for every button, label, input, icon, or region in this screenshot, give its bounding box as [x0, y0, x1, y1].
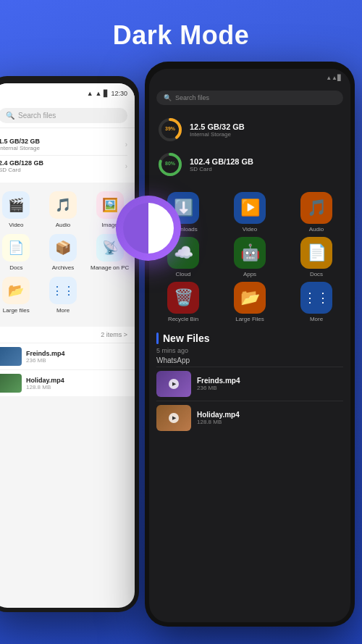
left-video-label: Video	[9, 222, 23, 228]
svg-text:39%: 39%	[165, 126, 176, 131]
left-search-inner[interactable]: 🔍 Search files	[0, 108, 127, 123]
new-files-heading: New Files	[163, 333, 210, 344]
left-icon-audio[interactable]: 🎵 Audio	[43, 191, 84, 228]
right-file-item-1[interactable]: ▶ Freinds.mp4 236 MB	[156, 367, 343, 401]
theme-orb-inner	[123, 203, 174, 254]
left-file-item-1[interactable]: Freinds.mp4 236 MB	[0, 343, 135, 369]
left-filename-2: Holiday.mp4	[26, 377, 64, 384]
right-storage-internal[interactable]: 39% 12.5 GB/32 GB Internal Storage	[156, 112, 343, 147]
right-search-inner[interactable]: 🔍 Search files	[156, 91, 343, 105]
left-storage-internal[interactable]: 1.5 GB/32 GB Internal Storage ›	[0, 134, 127, 156]
right-recycle-box: 🗑️	[167, 282, 199, 314]
right-filesize-1: 236 MB	[197, 385, 240, 391]
new-files-title: New Files	[156, 333, 343, 344]
right-icon-recycle-bin[interactable]: 🗑️ Recycle Bin	[152, 282, 214, 322]
right-sd-label: 102.4 GB/128 GB	[190, 157, 253, 166]
right-more-label: More	[310, 316, 323, 322]
left-icon-video[interactable]: 🎬 Video	[0, 191, 37, 228]
wifi-icon: ▲	[96, 90, 102, 97]
left-archives-icon: 📦	[55, 240, 71, 256]
left-large-icon-box: 📂	[2, 277, 30, 304]
left-recent-header[interactable]: 2 items >	[0, 327, 135, 343]
left-search-bar[interactable]: 🔍 Search files	[0, 104, 135, 128]
right-storage-sd-info: 102.4 GB/128 GB SD Card	[190, 157, 253, 172]
left-icon-docs[interactable]: 📄 Docs	[0, 234, 37, 271]
right-docs-label: Docs	[310, 271, 323, 277]
left-icon-more[interactable]: ⋮⋮ More	[43, 277, 84, 314]
right-docs-icon: 📄	[307, 243, 327, 262]
left-docs-icon-box: 📄	[2, 234, 30, 262]
search-icon: 🔍	[6, 112, 14, 120]
right-video-label: Video	[243, 226, 257, 233]
left-filesize-1: 236 MB	[26, 357, 65, 364]
time-display: 12:30	[111, 90, 127, 97]
left-storage-sd[interactable]: 2.4 GB/128 GB SD Card ›	[0, 156, 127, 177]
right-storage-section: 39% 12.5 GB/32 GB Internal Storage 80% 1…	[149, 109, 350, 188]
main-title: Dark Mode	[0, 20, 362, 51]
new-files-section: New Files 5 mins ago WhatsApp ▶ Freinds.…	[149, 327, 350, 438]
right-video-icon: ▶️	[240, 198, 260, 217]
new-files-accent	[156, 333, 159, 344]
search-placeholder-left: Search files	[18, 112, 56, 120]
left-storage-sd-sub: SD Card	[0, 167, 43, 173]
phone-left: ▲ ▲ ▊ 12:30 🔍 Search files 1.5 GB/32 GB …	[0, 76, 139, 612]
left-archives-icon-box: 📦	[49, 234, 77, 262]
right-cloud-icon: ☁️	[174, 243, 193, 262]
right-thumb-2: ▶	[156, 405, 191, 431]
right-storage-sd[interactable]: 80% 102.4 GB/128 GB SD Card	[156, 147, 343, 182]
right-icon-video[interactable]: ▶️ Video	[219, 192, 281, 233]
left-storage-internal-sub: Internal Storage	[0, 145, 40, 151]
left-audio-icon: 🎵	[55, 197, 71, 213]
left-manage-label: Manage on PC	[90, 264, 129, 271]
right-donut-sd: 80%	[156, 151, 184, 178]
right-cloud-label: Cloud	[176, 271, 191, 277]
svg-text:80%: 80%	[165, 161, 176, 166]
right-large-icon: 📂	[240, 288, 260, 307]
left-large-icon: 📂	[8, 283, 24, 298]
left-docs-label: Docs	[9, 264, 22, 271]
right-video-box: ▶️	[234, 192, 266, 224]
right-search-placeholder: Search files	[175, 94, 209, 101]
right-apps-box: 🤖	[234, 237, 266, 269]
right-icon-docs[interactable]: 📄 Docs	[285, 237, 348, 277]
right-search-bar[interactable]: 🔍 Search files	[149, 86, 350, 109]
right-donut-internal: 39%	[156, 116, 184, 143]
left-audio-icon-box: 🎵	[49, 191, 77, 219]
right-icon-large-files[interactable]: 📂 Large Files	[219, 282, 281, 322]
battery-icon: ▊	[104, 90, 109, 97]
right-more-box: ⋮⋮	[300, 282, 332, 314]
left-recent-count: 2 items >	[101, 331, 127, 338]
right-audio-icon: 🎵	[307, 198, 327, 217]
left-more-icon-box: ⋮⋮	[49, 277, 77, 304]
left-storage-sd-label: 2.4 GB/128 GB	[0, 159, 43, 167]
left-icon-archives[interactable]: 📦 Archives	[43, 234, 84, 271]
right-status-bar: ▲▲▊	[149, 69, 350, 86]
left-icons-grid: 🎬 Video 🎵 Audio 🖼️ Image 📄 Do	[0, 183, 135, 322]
right-filename-1: Freinds.mp4	[197, 377, 240, 385]
play-button-1[interactable]: ▶	[169, 379, 179, 389]
left-video-icon-box: 🎬	[2, 191, 30, 219]
left-recent-section: 2 items > Freinds.mp4 236 MB Holiday.mp4…	[0, 327, 135, 396]
screen-right: ▲▲▊ 🔍 Search files 39% 12.5 GB/32 GB Int…	[149, 69, 350, 622]
right-storage-internal-info: 12.5 GB/32 GB Internal Storage	[190, 122, 245, 138]
left-more-icon: ⋮⋮	[51, 284, 75, 298]
left-icon-large-files[interactable]: 📂 Large files	[0, 277, 37, 314]
right-status-icons: ▲▲▊	[326, 75, 342, 81]
right-icon-more[interactable]: ⋮⋮ More	[285, 282, 348, 322]
left-image-icon: 🖼️	[102, 197, 118, 213]
left-file-item-2[interactable]: Holiday.mp4 128.8 MB	[0, 369, 135, 396]
right-icon-audio[interactable]: 🎵 Audio	[285, 192, 348, 233]
right-icon-apps[interactable]: 🤖 Apps	[219, 237, 281, 277]
right-audio-label: Audio	[309, 226, 324, 233]
play-button-2[interactable]: ▶	[169, 413, 179, 423]
right-file-info-2: Holiday.mp4 128.8 MB	[197, 411, 240, 425]
theme-toggle-orb[interactable]	[116, 196, 181, 261]
right-recycle-icon: 🗑️	[174, 288, 193, 307]
left-docs-icon: 📄	[8, 240, 24, 256]
right-file-item-2[interactable]: ▶ Holiday.mp4 128.8 MB	[156, 401, 343, 435]
left-archives-label: Archives	[52, 264, 75, 271]
screen-left: ▲ ▲ ▊ 12:30 🔍 Search files 1.5 GB/32 GB …	[0, 83, 135, 608]
phone-right: ▲▲▊ 🔍 Search files 39% 12.5 GB/32 GB Int…	[145, 62, 355, 627]
left-thumb-2	[0, 374, 22, 393]
left-large-label: Large files	[3, 307, 30, 314]
